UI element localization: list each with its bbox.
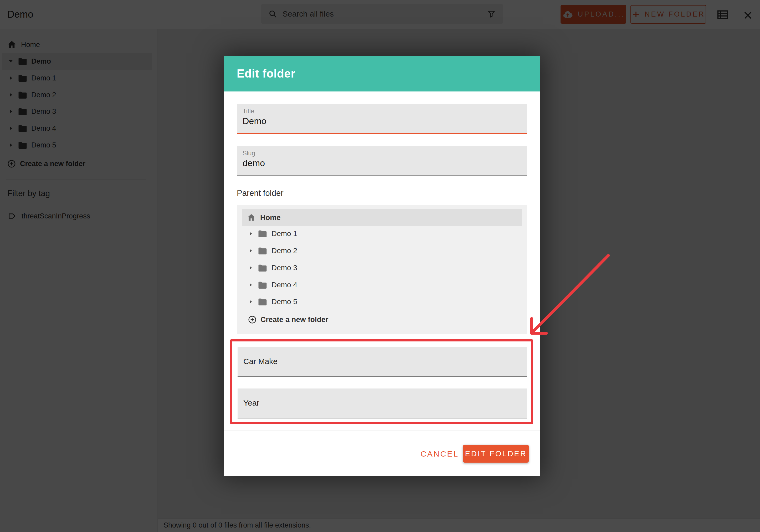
tree-item-label: Demo 4 [271, 281, 297, 289]
slug-field-label: Slug [243, 150, 255, 157]
plus-circle-icon [248, 315, 257, 324]
title-input[interactable] [243, 116, 518, 126]
folder-icon [258, 264, 267, 272]
title-field[interactable]: Title [237, 104, 527, 134]
tree-create-folder-label: Create a new folder [261, 315, 328, 324]
folder-icon [258, 229, 267, 238]
folder-icon [258, 297, 267, 306]
parent-folder-label: Parent folder [237, 188, 284, 198]
folder-icon [258, 280, 267, 289]
tree-item-demo-1[interactable]: Demo 1 [237, 225, 527, 242]
edit-folder-modal: Edit folder Title Slug Parent folder Hom… [224, 56, 540, 476]
tree-item-label: Demo 3 [271, 264, 297, 272]
tree-item-label: Home [260, 214, 281, 222]
modal-title: Edit folder [237, 56, 295, 91]
edit-folder-submit-button[interactable]: EDIT FOLDER [463, 445, 529, 462]
title-field-label: Title [243, 108, 254, 115]
chevron-right-icon[interactable] [248, 248, 254, 253]
car-make-field[interactable]: Car Make [238, 347, 527, 377]
tree-item-demo-4[interactable]: Demo 4 [237, 277, 527, 293]
tree-item-label: Demo 2 [271, 247, 297, 255]
slug-input[interactable] [243, 158, 518, 168]
chevron-right-icon[interactable] [248, 299, 254, 304]
tree-item-demo-5[interactable]: Demo 5 [237, 294, 527, 310]
chevron-right-icon[interactable] [248, 265, 254, 270]
folder-icon [258, 246, 267, 255]
tree-item-home-selected[interactable]: Home [242, 209, 522, 226]
tree-item-label: Demo 1 [271, 229, 297, 238]
tree-create-folder[interactable]: Create a new folder [237, 311, 527, 328]
parent-folder-tree: Home Demo 1 Demo 2 Demo 3 Demo 4 Demo 5 [237, 205, 527, 334]
year-field-label: Year [238, 388, 527, 417]
chevron-right-icon[interactable] [248, 282, 254, 288]
cancel-button[interactable]: CANCEL [416, 446, 463, 462]
tree-item-label: Demo 5 [271, 298, 297, 306]
chevron-right-icon[interactable] [248, 231, 254, 236]
modal-header: Edit folder [224, 56, 540, 91]
home-icon [247, 213, 256, 222]
year-field[interactable]: Year [238, 388, 527, 418]
tree-item-demo-2[interactable]: Demo 2 [237, 243, 527, 259]
tree-item-demo-3[interactable]: Demo 3 [237, 260, 527, 276]
car-make-field-label: Car Make [238, 347, 527, 376]
slug-field[interactable]: Slug [237, 146, 527, 175]
